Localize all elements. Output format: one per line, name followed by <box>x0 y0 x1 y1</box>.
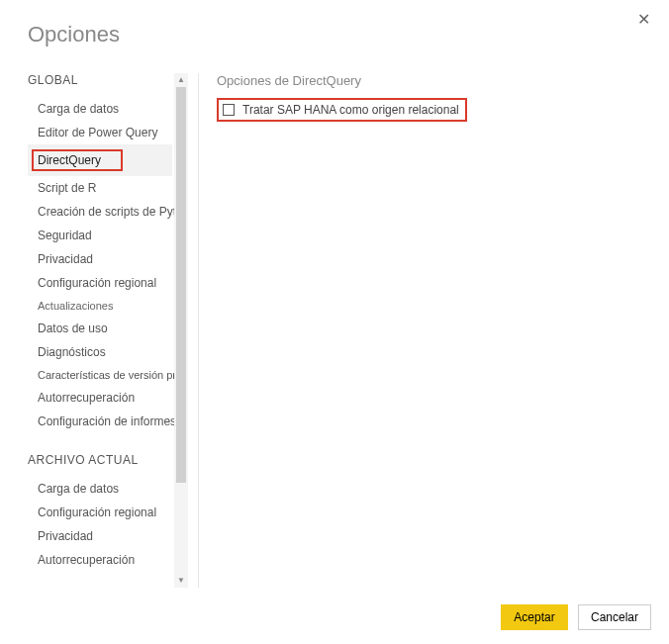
nav-item-autorrecuperacion[interactable]: Autorrecuperación <box>28 386 172 410</box>
vertical-divider <box>198 73 199 588</box>
nav-item-cf-carga[interactable]: Carga de datos <box>28 477 172 501</box>
nav-item-scripts-python[interactable]: Creación de scripts de Python <box>28 200 172 224</box>
nav-item-cf-privacidad[interactable]: Privacidad <box>28 524 172 548</box>
checkbox-icon[interactable] <box>223 104 235 116</box>
scroll-down-icon[interactable]: ▼ <box>174 574 188 588</box>
ok-button[interactable]: Aceptar <box>501 604 568 630</box>
nav-item-datos-uso[interactable]: Datos de uso <box>28 317 172 340</box>
section-header-global: GLOBAL <box>28 73 188 87</box>
nav-item-editor-power-query[interactable]: Editor de Power Query <box>28 121 172 144</box>
dialog-footer: Aceptar Cancelar <box>501 604 651 630</box>
nav-item-script-r[interactable]: Script de R <box>28 176 172 200</box>
options-dialog: ✕ Opciones GLOBAL Carga de datos Editor … <box>0 0 669 644</box>
nav-item-carga-datos[interactable]: Carga de datos <box>28 97 172 121</box>
highlight-box: DirectQuery <box>32 149 123 171</box>
scroll-up-icon[interactable]: ▲ <box>174 73 188 87</box>
nav-item-actualizaciones[interactable]: Actualizaciones <box>28 295 172 317</box>
checkbox-label: Tratar SAP HANA como origen relacional <box>242 103 459 117</box>
nav-list-global: Carga de datos Editor de Power Query Dir… <box>28 97 172 433</box>
checkbox-row-sap-hana[interactable]: Tratar SAP HANA como origen relacional <box>217 98 467 122</box>
nav-item-directquery[interactable]: DirectQuery <box>28 144 172 176</box>
nav-item-config-informes[interactable]: Configuración de informes <box>28 410 172 433</box>
sidebar: GLOBAL Carga de datos Editor de Power Qu… <box>28 73 188 588</box>
nav-item-diagnosticos[interactable]: Diagnósticos <box>28 340 172 364</box>
nav-item-seguridad[interactable]: Seguridad <box>28 224 172 247</box>
nav-item-preview-features[interactable]: Características de versión preliminar <box>28 364 172 386</box>
nav-list-current: Carga de datos Configuración regional Pr… <box>28 477 172 572</box>
content-section-title: Opciones de DirectQuery <box>217 73 649 88</box>
section-header-current: ARCHIVO ACTUAL <box>28 453 188 467</box>
cancel-button[interactable]: Cancelar <box>578 604 651 630</box>
close-icon[interactable]: ✕ <box>631 8 655 32</box>
dialog-body: GLOBAL Carga de datos Editor de Power Qu… <box>28 73 649 588</box>
nav-item-cf-regional[interactable]: Configuración regional <box>28 501 172 524</box>
scroll-thumb[interactable] <box>176 87 186 483</box>
nav-item-config-regional[interactable]: Configuración regional <box>28 271 172 295</box>
nav-item-label: DirectQuery <box>38 153 101 167</box>
sidebar-scrollbar[interactable]: ▲ ▼ <box>174 73 188 588</box>
dialog-title: Opciones <box>28 22 649 47</box>
nav-item-privacidad[interactable]: Privacidad <box>28 247 172 271</box>
content-pane: Opciones de DirectQuery Tratar SAP HANA … <box>217 73 649 588</box>
nav-item-cf-autorrecup[interactable]: Autorrecuperación <box>28 548 172 572</box>
